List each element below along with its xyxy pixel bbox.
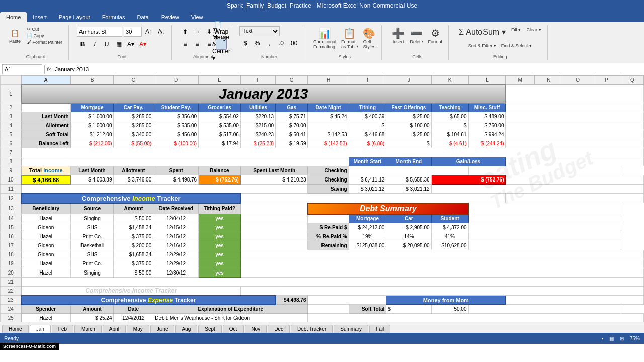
money-from-mom-value[interactable]: 50.00 — [431, 305, 468, 314]
r5-f[interactable]: $240.23 — [240, 130, 275, 139]
font-increase-button[interactable]: A↑ — [143, 26, 154, 37]
r3-e[interactable]: $ 554.02 — [199, 112, 241, 121]
tab-view[interactable]: View — [185, 12, 209, 22]
r18-tithing[interactable]: yes — [199, 250, 241, 259]
r4-b[interactable]: $ 1,000.00 — [70, 121, 114, 130]
r20-beneficiary[interactable]: Hazel — [21, 268, 70, 278]
insert-button[interactable]: ➕Insert — [390, 26, 407, 45]
r5-b[interactable]: $1,212.00 — [70, 130, 114, 139]
r5-d[interactable]: $ 456.00 — [153, 130, 199, 139]
view-pagebreak[interactable]: ⊞ — [620, 336, 624, 341]
r3-l[interactable]: $ 489.00 — [468, 112, 506, 121]
col-p-header[interactable]: P — [592, 76, 621, 85]
r16-amount[interactable]: $ 375.00 — [114, 232, 153, 241]
r3-c[interactable]: $ 285.00 — [114, 112, 153, 121]
r6-e[interactable]: $ 17.94 — [199, 139, 241, 148]
percent-button[interactable]: % — [252, 38, 263, 49]
align-top-button[interactable]: ⬆ — [180, 26, 191, 37]
italic-button[interactable]: I — [89, 39, 100, 50]
r3-d[interactable]: $ 356.00 — [153, 112, 199, 121]
r18-amount[interactable]: $1,658.34 — [114, 250, 153, 259]
r10-monthstart[interactable]: $ 6,411.12 — [349, 175, 386, 185]
copy-button[interactable]: 📄 Copy — [25, 33, 64, 39]
sheet-tab-sept[interactable]: Sept — [198, 325, 222, 333]
decrease-decimal-button[interactable]: .0 — [276, 38, 287, 49]
sheet-tab-nov[interactable]: Nov — [245, 325, 267, 333]
r6-j[interactable]: $ — [386, 139, 431, 148]
r16-source[interactable]: Print Co. — [70, 232, 114, 241]
font-color-button[interactable]: A▾ — [137, 39, 148, 50]
sheet-tab-summary[interactable]: Summary — [334, 325, 368, 333]
r3-i[interactable]: $ 400.39 — [349, 112, 386, 121]
r14-tithing[interactable]: yes — [199, 214, 241, 223]
find-select-button[interactable]: Find & Select ▾ — [499, 42, 534, 49]
r10-monthend[interactable]: $ 5,658.36 — [386, 175, 431, 185]
col-o-header[interactable]: O — [564, 76, 592, 85]
r20-amount[interactable]: $ 50.00 — [114, 268, 153, 278]
col-k-header[interactable]: K — [431, 76, 468, 85]
col-m-header[interactable]: M — [506, 76, 534, 85]
col-b-header[interactable]: B — [70, 76, 114, 85]
r19-date[interactable]: 12/29/12 — [153, 259, 199, 268]
col-q-header[interactable]: Q — [621, 76, 643, 85]
formula-input[interactable] — [53, 66, 642, 73]
sheet-tab-fail[interactable]: Fail — [369, 325, 390, 333]
col-h-header[interactable]: H — [308, 76, 349, 85]
r5-j[interactable]: $ 25.00 — [386, 130, 431, 139]
sheet-tab-may[interactable]: May — [127, 325, 149, 333]
r20-source[interactable]: Singing — [70, 268, 114, 278]
r6-k[interactable]: $ (4.61) — [431, 139, 468, 148]
sheet-tab-april[interactable]: April — [103, 325, 126, 333]
r6-b[interactable]: $ (212.00) — [70, 139, 114, 148]
merge-center-button[interactable]: ⊡ Merge & Center ▾ — [216, 39, 227, 50]
sheet-tab-home[interactable]: Home — [2, 325, 29, 333]
sheet-tab-jan[interactable]: Jan — [30, 325, 51, 333]
title-cell[interactable]: January 2013 — [21, 85, 506, 103]
car-pct[interactable]: 14% — [386, 232, 431, 241]
r5-e[interactable]: $ 517.06 — [199, 130, 241, 139]
r25-spender[interactable]: Hazel — [21, 314, 70, 322]
cell-styles-button[interactable]: 🎨CellStyles — [361, 26, 377, 50]
r3-h[interactable]: $ 45.24 — [308, 112, 349, 121]
autosum-button[interactable]: Σ AutoSum ▾ — [457, 26, 508, 38]
totalincome-value[interactable]: $ 4,166.68 — [21, 175, 70, 185]
r4-h[interactable]: - — [308, 121, 349, 130]
sheet-tab-june[interactable]: June — [150, 325, 175, 333]
r19-beneficiary[interactable]: Hazel — [21, 259, 70, 268]
r15-date[interactable]: 12/15/12 — [153, 223, 199, 232]
align-center-button[interactable]: ≡ — [192, 39, 203, 50]
r5-i[interactable]: $ 416.68 — [349, 130, 386, 139]
r6-h[interactable]: $ (142.53) — [308, 139, 349, 148]
gainloss-value[interactable]: $ (752.76) — [431, 175, 506, 185]
format-painter-button[interactable]: 🖌 Format Painter — [25, 39, 64, 45]
sheet-tab-march[interactable]: March — [74, 325, 102, 333]
ribbon-tabs[interactable]: Home Insert Page Layout Formulas Data Re… — [0, 11, 644, 22]
r3-k[interactable]: $ 65.00 — [431, 112, 468, 121]
r18-source[interactable]: SHS — [70, 250, 114, 259]
tab-home[interactable]: Home — [0, 12, 27, 22]
paste-button[interactable]: 📋 Paste — [7, 27, 23, 45]
sheet-tab-dec[interactable]: Dec — [268, 325, 290, 333]
r19-source[interactable]: Print Co. — [70, 259, 114, 268]
r5-h[interactable]: $ 142.53 — [308, 130, 349, 139]
r5-c[interactable]: $ 340.00 — [114, 130, 153, 139]
r16-date[interactable]: 12/15/12 — [153, 232, 199, 241]
r10-e[interactable]: $ (752.76) — [199, 175, 241, 185]
format-as-table-button[interactable]: 📋Formatas Table — [339, 26, 360, 50]
r5-k[interactable]: $ 104.61 — [431, 130, 468, 139]
delete-button[interactable]: ➖Delete — [408, 26, 425, 45]
conditional-formatting-button[interactable]: 📊ConditionalFormatting — [311, 26, 338, 50]
r6-c[interactable]: $ (55.00) — [114, 139, 153, 148]
r14-source[interactable]: Singing — [70, 214, 114, 223]
r18-beneficiary[interactable]: Gideon — [21, 250, 70, 259]
tab-review[interactable]: Review — [155, 12, 185, 22]
col-j-header[interactable]: J — [386, 76, 431, 85]
border-button[interactable]: ▦ — [113, 39, 124, 50]
r3-j[interactable]: $ 25.00 — [386, 112, 431, 121]
r6-d[interactable]: $ (100.00) — [153, 139, 199, 148]
sort-filter-button[interactable]: Sort & Filter ▾ — [466, 42, 498, 49]
saving-end[interactable]: $ 3,021.12 — [386, 185, 431, 194]
bold-button[interactable]: B — [77, 39, 88, 50]
r6-f[interactable]: $ (25.23) — [240, 139, 275, 148]
comma-button[interactable]: , — [264, 38, 275, 49]
